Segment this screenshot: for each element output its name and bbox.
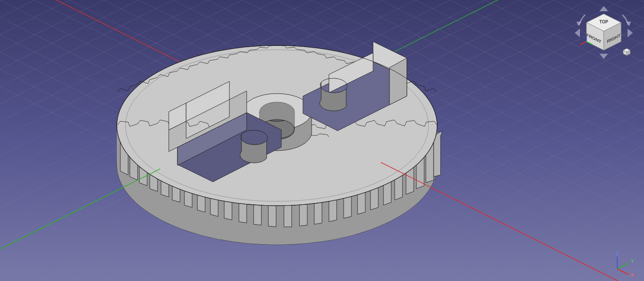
svg-line-89 [617, 263, 628, 269]
nav-arrow-left-icon[interactable] [575, 29, 580, 37]
svg-line-88 [617, 269, 628, 275]
svg-line-85 [580, 42, 586, 45]
svg-line-60 [0, 0, 644, 43]
axis-triad: X Y Z [608, 251, 638, 277]
axis-z-label: Z [616, 251, 618, 256]
3d-viewport[interactable] [0, 0, 644, 281]
gear-model[interactable] [117, 42, 442, 245]
nav-rotate-ccw-head-icon[interactable] [576, 22, 582, 26]
nav-arrow-right-icon[interactable] [628, 29, 633, 37]
svg-line-62 [0, 0, 644, 9]
nav-rotate-cw-head-icon[interactable] [626, 22, 631, 26]
nav-cube-body[interactable]: TOP FRONT RIGHT [586, 14, 621, 50]
svg-line-61 [0, 0, 644, 26]
nav-arrow-up-icon[interactable] [599, 6, 608, 11]
nav-arrow-down-icon[interactable] [599, 54, 608, 59]
axis-x-label: X [631, 273, 634, 277]
nav-cube-reset-icon[interactable] [623, 48, 630, 55]
axis-y-label: Y [631, 259, 634, 264]
navigation-cube[interactable]: TOP FRONT RIGHT [571, 5, 636, 61]
